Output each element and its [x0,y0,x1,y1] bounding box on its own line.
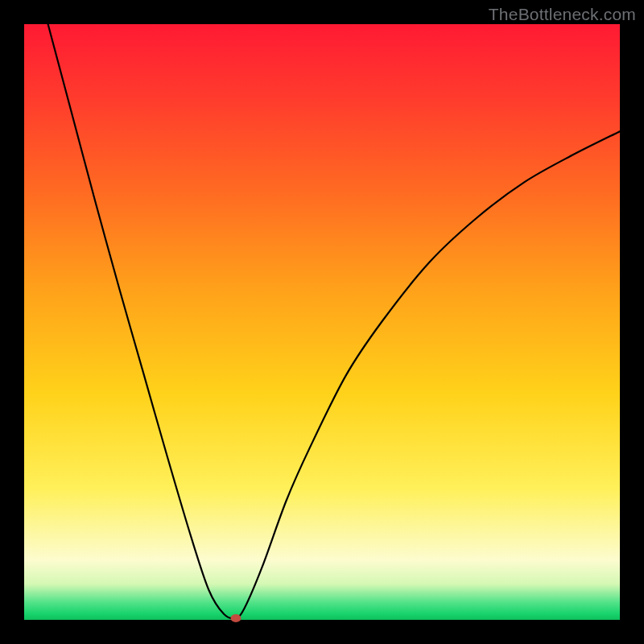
bottleneck-curve [48,24,620,618]
watermark-text: TheBottleneck.com [489,5,636,24]
curve-svg [24,24,620,620]
chart-stage: TheBottleneck.com [0,0,644,644]
minimum-marker [230,614,241,622]
plot-area [24,24,620,620]
